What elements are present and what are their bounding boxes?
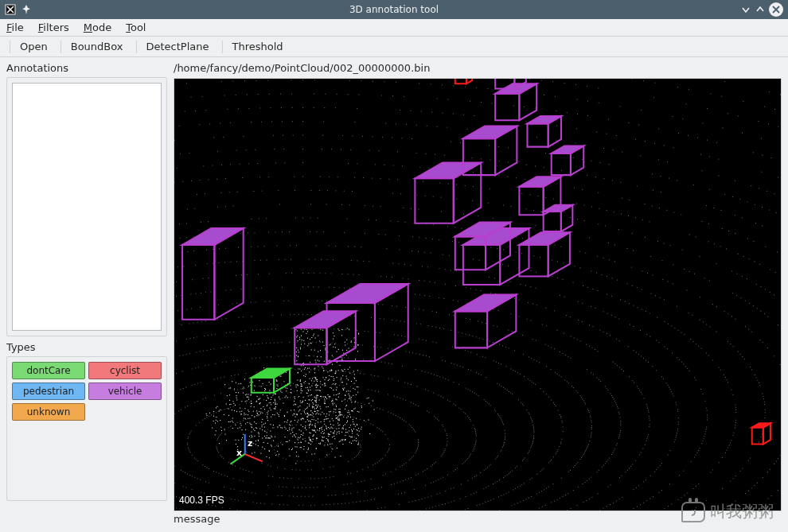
svg-rect-551 xyxy=(256,428,257,429)
pin-icon[interactable] xyxy=(21,4,32,15)
svg-rect-813 xyxy=(351,429,352,430)
svg-rect-829 xyxy=(309,355,310,356)
svg-rect-574 xyxy=(285,397,286,398)
svg-rect-509 xyxy=(271,445,271,445)
svg-rect-828 xyxy=(330,428,330,429)
type-unknown[interactable]: unknown xyxy=(12,403,85,421)
svg-rect-968 xyxy=(325,349,326,350)
svg-rect-767 xyxy=(350,425,351,425)
svg-rect-684 xyxy=(317,381,318,382)
svg-rect-386 xyxy=(334,432,334,433)
svg-rect-495 xyxy=(271,410,271,410)
svg-rect-607 xyxy=(314,408,315,409)
svg-rect-925 xyxy=(307,331,308,332)
svg-rect-337 xyxy=(274,414,275,415)
svg-rect-919 xyxy=(324,437,325,437)
minimize-icon[interactable] xyxy=(740,4,751,15)
svg-rect-18 xyxy=(369,398,369,398)
tool-threshold[interactable]: Threshold xyxy=(229,40,287,53)
svg-rect-411 xyxy=(321,396,322,397)
svg-rect-835 xyxy=(322,429,322,429)
pointcloud-viewer[interactable]: z x 400.3 FPS xyxy=(174,78,782,511)
svg-rect-164 xyxy=(322,412,322,413)
svg-rect-499 xyxy=(279,425,280,425)
svg-rect-459 xyxy=(295,398,295,399)
svg-rect-796 xyxy=(310,414,311,415)
svg-rect-526 xyxy=(313,417,314,417)
svg-rect-212 xyxy=(231,404,232,405)
tool-boundbox[interactable]: BoundBox xyxy=(68,40,127,53)
svg-rect-963 xyxy=(331,370,332,371)
svg-rect-297 xyxy=(330,434,330,435)
svg-rect-593 xyxy=(320,406,321,407)
svg-rect-370 xyxy=(332,403,333,404)
svg-marker-1080 xyxy=(519,187,543,216)
tool-detectplane[interactable]: DetectPlane xyxy=(143,40,213,53)
svg-rect-110 xyxy=(273,425,274,425)
svg-rect-921 xyxy=(355,426,356,427)
svg-rect-319 xyxy=(264,427,265,428)
svg-rect-334 xyxy=(284,421,285,422)
svg-rect-965 xyxy=(354,337,355,338)
svg-rect-893 xyxy=(346,378,347,379)
type-pedestrian[interactable]: pedestrian xyxy=(12,382,85,400)
svg-rect-251 xyxy=(349,390,350,391)
svg-rect-537 xyxy=(256,423,256,424)
svg-rect-436 xyxy=(332,449,333,449)
svg-rect-641 xyxy=(315,401,316,402)
svg-rect-521 xyxy=(335,415,336,416)
svg-rect-271 xyxy=(291,393,291,394)
svg-rect-932 xyxy=(314,430,314,431)
svg-rect-346 xyxy=(302,386,302,386)
svg-rect-899 xyxy=(323,345,324,346)
svg-rect-572 xyxy=(289,425,290,425)
svg-rect-458 xyxy=(258,441,259,441)
svg-rect-629 xyxy=(298,437,298,438)
svg-rect-24 xyxy=(340,456,341,456)
svg-line-1037 xyxy=(245,454,263,461)
svg-rect-696 xyxy=(307,338,308,339)
svg-rect-415 xyxy=(296,433,297,434)
svg-rect-562 xyxy=(339,414,340,415)
svg-rect-897 xyxy=(358,435,359,436)
svg-rect-568 xyxy=(326,414,327,414)
menu-tool[interactable]: Tool xyxy=(126,21,146,33)
svg-rect-74 xyxy=(244,408,245,409)
svg-rect-501 xyxy=(270,431,271,432)
types-title: Types xyxy=(6,341,167,353)
svg-rect-191 xyxy=(236,398,237,398)
svg-rect-15 xyxy=(252,453,252,454)
svg-rect-698 xyxy=(352,431,353,432)
svg-rect-624 xyxy=(286,441,287,442)
type-vehicle[interactable]: vehicle xyxy=(88,382,162,400)
svg-rect-105 xyxy=(310,387,310,388)
svg-rect-398 xyxy=(336,433,337,434)
svg-rect-628 xyxy=(301,425,302,425)
type-dontcare[interactable]: dontCare xyxy=(12,362,85,379)
svg-rect-652 xyxy=(302,331,303,332)
svg-rect-75 xyxy=(248,399,249,400)
svg-rect-444 xyxy=(290,421,291,422)
tool-open[interactable]: Open xyxy=(17,40,51,53)
svg-rect-264 xyxy=(230,421,231,422)
menu-mode[interactable]: Mode xyxy=(84,21,111,33)
svg-rect-842 xyxy=(311,386,312,386)
maximize-icon[interactable] xyxy=(755,4,766,15)
svg-rect-1036 xyxy=(315,426,316,427)
menu-file[interactable]: File xyxy=(6,21,24,33)
svg-rect-994 xyxy=(350,437,351,437)
svg-rect-570 xyxy=(289,440,290,441)
svg-rect-935 xyxy=(349,395,349,396)
svg-rect-1006 xyxy=(345,440,345,441)
svg-rect-147 xyxy=(318,414,319,414)
svg-rect-87 xyxy=(331,376,332,377)
svg-rect-688 xyxy=(344,369,345,370)
svg-rect-120 xyxy=(301,371,302,371)
type-cyclist[interactable]: cyclist xyxy=(88,362,162,379)
close-icon[interactable] xyxy=(769,2,783,17)
svg-rect-156 xyxy=(245,394,246,395)
svg-rect-569 xyxy=(339,441,340,442)
svg-rect-203 xyxy=(284,427,285,428)
menu-filters[interactable]: Filters xyxy=(38,21,69,33)
annotations-list[interactable] xyxy=(12,83,162,331)
